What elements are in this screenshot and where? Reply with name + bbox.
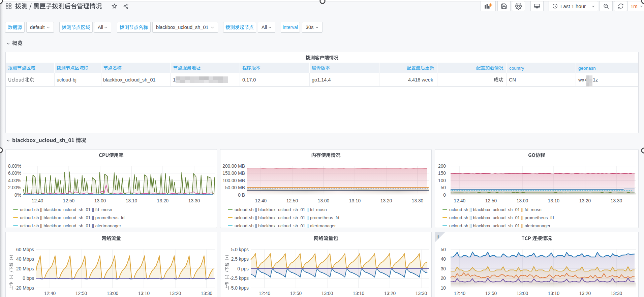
svg-text:40 Mbps: 40 Mbps xyxy=(16,257,34,262)
svg-text:13:00: 13:00 xyxy=(107,291,119,296)
svg-text:i: i xyxy=(437,234,439,239)
svg-text:10: 10 xyxy=(441,286,446,291)
svg-text:-5.0 kpps: -5.0 kpps xyxy=(229,286,249,291)
svg-text:0 bps: 0 bps xyxy=(23,276,34,281)
svg-text:13:00: 13:00 xyxy=(517,291,528,296)
svg-text:12:40: 12:40 xyxy=(44,291,56,296)
svg-text:20: 20 xyxy=(441,276,446,281)
svg-text:12:50: 12:50 xyxy=(290,291,302,296)
svg-text:0 pps: 0 pps xyxy=(237,266,249,271)
svg-text:13:30: 13:30 xyxy=(201,291,213,296)
svg-text:13:20: 13:20 xyxy=(579,291,591,296)
svg-text:12:50: 12:50 xyxy=(75,291,87,296)
svg-text:12:40: 12:40 xyxy=(259,291,271,296)
svg-text:13:20: 13:20 xyxy=(384,291,396,296)
svg-text:5.0 kpps: 5.0 kpps xyxy=(231,247,249,252)
svg-text:13:10: 13:10 xyxy=(138,291,150,296)
svg-text:50: 50 xyxy=(441,247,446,252)
svg-text:20 Mbps: 20 Mbps xyxy=(16,266,34,271)
svg-text:40: 40 xyxy=(441,257,446,262)
svg-text:13:30: 13:30 xyxy=(416,291,427,296)
svg-text:12:50: 12:50 xyxy=(485,291,497,296)
svg-text:13:00: 13:00 xyxy=(321,291,333,296)
svg-text:13:20: 13:20 xyxy=(170,291,181,296)
svg-text:13:10: 13:10 xyxy=(353,291,365,296)
svg-text:30: 30 xyxy=(441,266,446,271)
svg-text:13:30: 13:30 xyxy=(611,291,622,296)
svg-text:12:40: 12:40 xyxy=(454,291,466,296)
svg-text:2.5 kpps: 2.5 kpps xyxy=(231,257,249,262)
svg-text:60 Mbps: 60 Mbps xyxy=(16,247,34,252)
svg-text:13:10: 13:10 xyxy=(548,291,560,296)
svg-text:-20 Mbps: -20 Mbps xyxy=(14,286,34,291)
svg-text:-2.5 kpps: -2.5 kpps xyxy=(229,276,249,281)
